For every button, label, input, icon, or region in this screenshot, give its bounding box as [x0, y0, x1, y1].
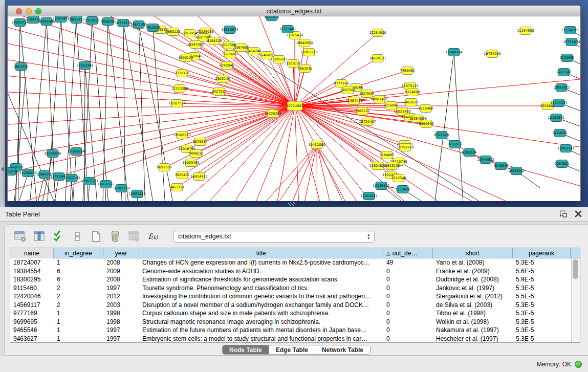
table-column-icon[interactable] — [33, 230, 46, 243]
graph-node[interactable]: 9195204 — [462, 149, 477, 157]
graph-node[interactable]: 12254030 — [369, 29, 386, 37]
network-canvas[interactable]: 1872400776638229660128891295423226058982… — [8, 16, 580, 201]
graph-node[interactable]: 19734093 — [484, 50, 500, 58]
table-row[interactable]: 977716911998Corpus callosum shape and si… — [10, 309, 580, 318]
graph-node[interactable]: 7485063 — [400, 67, 415, 75]
graph-node[interactable]: 9227343 — [557, 69, 572, 76]
graph-node[interactable]: 10719135 — [115, 19, 132, 27]
column-header-in_degree[interactable]: in_degree — [54, 248, 103, 258]
graph-node[interactable]: 18313974 — [221, 26, 238, 34]
graph-node[interactable]: 12923412 — [360, 192, 377, 200]
graph-node[interactable]: 6697568 — [341, 86, 356, 94]
graph-node[interactable]: 6791920 — [434, 132, 449, 139]
graph-node[interactable]: 8912954 — [183, 30, 198, 37]
graph-node[interactable]: 8186328 — [207, 37, 222, 45]
tab-edge-table[interactable]: Edge Table — [269, 345, 315, 354]
table-row[interactable]: 2242004622012Investigating the contribut… — [10, 292, 580, 301]
column-header-pagerank[interactable]: pagerank — [513, 248, 571, 258]
table-settings-icon[interactable] — [14, 230, 27, 243]
graph-node[interactable]: 18724007 — [286, 101, 303, 111]
graph-node[interactable]: 19412080 — [308, 141, 325, 149]
table-selector-dropdown[interactable]: citations_edges.txt ▲▼ — [173, 231, 375, 243]
graph-node[interactable]: 11604822 — [369, 162, 386, 170]
tab-node-table[interactable]: Node Table — [223, 345, 269, 354]
graph-node[interactable]: 7986322 — [355, 107, 370, 115]
column-header-out_de[interactable]: △out_de… — [383, 248, 433, 258]
select-columns-icon[interactable] — [52, 230, 65, 243]
delete-table-icon[interactable] — [108, 230, 122, 243]
graph-node[interactable]: 15751074 — [563, 38, 580, 46]
graph-node[interactable]: 9154690 — [405, 89, 420, 96]
control-panel-edge[interactable] — [0, 0, 5, 207]
graph-node[interactable]: 12213389 — [171, 85, 188, 93]
graph-node[interactable]: 12103541 — [548, 114, 564, 122]
table-row[interactable]: 1830029562008Estimation of significance … — [10, 275, 580, 284]
graph-node[interactable]: 7625402 — [175, 171, 190, 179]
graph-node[interactable]: 1615132 — [385, 162, 400, 170]
row-height-icon[interactable] — [71, 230, 84, 243]
graph-node[interactable]: 8731933 — [448, 141, 463, 148]
table-row[interactable]: 946362711997Embryonic stem cells: a mode… — [10, 335, 580, 343]
table-row[interactable]: 1938455462009Genome-wide association stu… — [10, 267, 580, 276]
graph-node[interactable]: 9457791 — [170, 184, 185, 191]
function-builder-icon[interactable]: f(x) — [146, 230, 160, 243]
graph-node[interactable]: 16648794 — [445, 49, 462, 56]
table-row[interactable]: 911546021997Tourette syndrome. Phenomeno… — [10, 284, 580, 293]
graph-node[interactable]: 1733426 — [396, 186, 410, 193]
graph-node[interactable]: 9115460 — [419, 105, 433, 113]
column-header-year[interactable]: year — [103, 248, 139, 258]
table-row[interactable]: 1872400712008Changes of HCN gene express… — [10, 258, 580, 267]
column-header-name[interactable]: name — [10, 248, 54, 258]
graph-node[interactable]: 24630121 — [369, 55, 386, 62]
graph-node[interactable]: 9450920 — [553, 129, 568, 137]
table-row[interactable]: 1456911722003Disruption of a novel membe… — [10, 301, 580, 310]
memory-status-icon[interactable] — [575, 361, 582, 368]
split-pane-grip[interactable] — [288, 202, 295, 206]
graph-node[interactable]: 9890123 — [179, 54, 193, 62]
graph-node[interactable]: 9699695 — [419, 120, 434, 128]
graph-node[interactable]: 8466160 — [101, 18, 116, 26]
graph-node[interactable]: 16958167 — [97, 181, 114, 188]
graph-node[interactable]: 7515526 — [146, 24, 161, 32]
float-panel-icon[interactable] — [559, 210, 568, 218]
citation-graph[interactable]: 1872400776638229660128891295423226058982… — [8, 16, 580, 201]
graph-node[interactable]: 20206576 — [44, 150, 61, 158]
panel-collapse-icon[interactable] — [1, 167, 4, 171]
table-row[interactable]: 969969511998Structural magnetic resonanc… — [10, 318, 580, 326]
graph-node[interactable]: 8427552 — [212, 88, 227, 96]
table-scrollbar[interactable] — [571, 258, 580, 342]
graph-node[interactable]: 3675685 — [223, 51, 237, 58]
graph-node[interactable]: 12923446 — [128, 190, 145, 198]
graph-node[interactable]: 1862615 — [298, 65, 313, 73]
import-table-icon[interactable] — [127, 230, 141, 243]
graph-node[interactable]: 9245042 — [494, 162, 509, 170]
column-header-title[interactable]: title — [139, 248, 383, 258]
table-row[interactable]: 946554611997Estimation of the future num… — [10, 326, 580, 335]
close-panel-icon[interactable] — [575, 210, 582, 217]
graph-node[interactable]: 18640910 — [296, 39, 313, 47]
graph-node[interactable]: 11154938 — [517, 27, 534, 35]
graph-node[interactable]: 2803144 — [215, 75, 230, 83]
graph-node[interactable]: 4498222 — [189, 150, 204, 158]
graph-node[interactable]: 9129966 — [560, 54, 575, 62]
graph-node[interactable]: 2718126 — [175, 70, 190, 77]
graph-node[interactable]: 9097588 — [157, 164, 172, 171]
graph-node[interactable]: 12093822 — [553, 84, 570, 92]
graph-node[interactable]: 5878334 — [193, 138, 208, 146]
graph-node[interactable]: 11124398 — [561, 27, 578, 34]
graph-node[interactable]: 9034501 — [555, 160, 570, 168]
graph-node[interactable]: 3624554 — [360, 90, 375, 98]
graph-node[interactable]: 8216045 — [384, 102, 399, 110]
graph-node[interactable]: 9660128 — [166, 28, 181, 36]
scrollbar-thumb[interactable] — [573, 259, 578, 279]
graph-node[interactable]: 3322037 — [286, 60, 301, 68]
graph-node[interactable]: 16963210 — [300, 49, 317, 56]
graph-node[interactable]: 8131974 — [265, 16, 279, 21]
network-window-titlebar[interactable]: citations_edges.txt — [8, 6, 580, 16]
graph-node[interactable]: 1527602 — [85, 17, 100, 25]
graph-node[interactable]: 2651350 — [14, 63, 29, 71]
graph-node[interactable]: 16914412 — [190, 173, 207, 181]
graph-node[interactable]: 16093489 — [182, 159, 199, 167]
graph-node[interactable]: 9184067 — [380, 151, 395, 159]
graph-node[interactable]: 17359924 — [68, 148, 84, 156]
